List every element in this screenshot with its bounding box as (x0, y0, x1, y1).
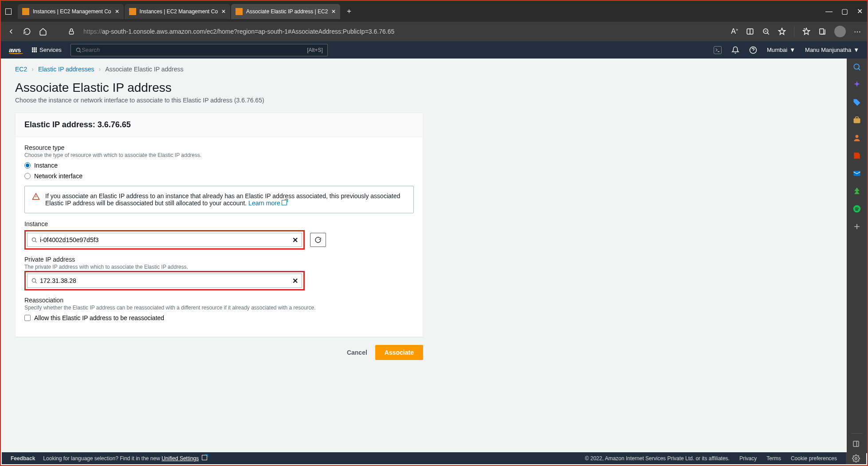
external-link-icon (282, 200, 287, 205)
sidebar-search-icon[interactable] (852, 62, 862, 72)
breadcrumb-current: Associate Elastic IP address (105, 66, 183, 73)
profile-avatar[interactable] (834, 26, 846, 37)
sidebar-outlook-icon[interactable] (852, 168, 862, 178)
sidebar-collapse-icon[interactable] (851, 439, 861, 449)
footer-cookie[interactable]: Cookie preferences (791, 455, 837, 462)
new-tab-button[interactable]: ＋ (346, 7, 353, 16)
url-scheme: https:// (83, 28, 102, 35)
svg-rect-13 (853, 441, 859, 446)
home-button[interactable] (39, 27, 47, 35)
clear-input-icon[interactable]: ✕ (292, 277, 298, 285)
private-ip-field: Private IP address The private IP addres… (24, 256, 414, 290)
browser-tab-1[interactable]: Instances | EC2 Management Co ✕ (18, 4, 124, 19)
close-window-icon[interactable]: ✕ (857, 7, 863, 16)
browser-tab-2[interactable]: Instances | EC2 Management Co ✕ (125, 4, 231, 19)
sidebar-tag-icon[interactable] (852, 98, 862, 107)
svg-rect-9 (854, 118, 860, 123)
footer-feedback[interactable]: Feedback (11, 455, 35, 462)
sidebar-briefcase-icon[interactable] (852, 115, 862, 125)
radio-instance-input[interactable] (24, 162, 31, 168)
sidebar-add-icon[interactable] (852, 222, 862, 231)
read-aloud-icon[interactable]: A» (731, 27, 738, 35)
resource-type-field: Resource type Choose the type of resourc… (24, 144, 414, 180)
highlight-instance: ✕ (24, 230, 305, 250)
sidebar-spotify-icon[interactable] (852, 204, 862, 214)
private-ip-search-box[interactable]: ✕ (27, 274, 302, 288)
address-bar[interactable]: https://ap-south-1.console.aws.amazon.co… (83, 28, 723, 35)
action-row: Cancel Associate (15, 345, 423, 360)
sidebar-sparkle-icon[interactable] (852, 80, 862, 90)
instance-search-box[interactable]: ✕ (27, 233, 302, 247)
footer-copyright: © 2022, Amazon Internet Services Private… (585, 455, 730, 462)
eip-panel: Elastic IP address: 3.6.76.65 Resource t… (15, 113, 423, 337)
maximize-icon[interactable]: ▢ (841, 7, 848, 16)
caret-down-icon: ▼ (853, 47, 859, 53)
radio-eni-input[interactable] (24, 173, 31, 179)
zoom-icon[interactable] (762, 27, 770, 35)
chevron-right-icon: › (31, 66, 34, 73)
learn-more-link[interactable]: Learn more (248, 200, 287, 207)
close-tab-icon[interactable]: ✕ (331, 8, 336, 15)
clear-input-icon[interactable]: ✕ (292, 236, 298, 244)
footer-privacy[interactable]: Privacy (739, 455, 757, 462)
reassociation-checkbox[interactable] (24, 315, 31, 321)
breadcrumb-ec2[interactable]: EC2 (15, 66, 27, 73)
private-ip-label: Private IP address (24, 256, 414, 263)
unified-settings-link[interactable]: Unified Settings (161, 455, 199, 462)
back-button[interactable] (7, 27, 15, 35)
external-link-icon (202, 455, 207, 460)
services-label: Services (39, 47, 62, 53)
reassociation-help: Specify whether the Elastic IP address c… (24, 305, 414, 311)
url-path: ap-south-1.console.aws.amazon.com/ec2/ho… (102, 28, 394, 35)
radio-network-interface[interactable]: Network interface (24, 172, 414, 180)
instance-input[interactable] (37, 236, 292, 243)
close-tab-icon[interactable]: ✕ (221, 8, 226, 15)
alert-text: If you associate an Elastic IP address t… (45, 192, 406, 207)
url-bar-actions: A» ⋯ (731, 26, 861, 37)
chevron-right-icon: › (99, 66, 101, 73)
user-menu[interactable]: Manu Manjunatha ▼ (805, 47, 859, 53)
notifications-icon[interactable] (731, 46, 739, 54)
warning-alert: If you associate an Elastic IP address t… (24, 186, 414, 213)
aws-search-bar[interactable]: [Alt+S] (71, 44, 328, 56)
associate-button[interactable]: Associate (375, 345, 423, 360)
sidebar-person-icon[interactable] (852, 133, 862, 143)
services-menu-button[interactable]: Services (32, 47, 62, 53)
page-description: Choose the instance or network interface… (15, 97, 833, 104)
window-controls: — ▢ ✕ (825, 7, 863, 16)
favorite-icon[interactable] (778, 27, 786, 35)
cloudshell-icon[interactable] (714, 46, 722, 54)
resource-type-label: Resource type (24, 144, 414, 151)
site-info-lock-icon[interactable] (67, 27, 75, 35)
aws-search-input[interactable] (82, 47, 307, 53)
collections-icon[interactable] (818, 27, 826, 35)
help-icon[interactable] (749, 46, 757, 54)
aws-logo[interactable]: aws (9, 46, 23, 54)
close-tab-icon[interactable]: ✕ (115, 8, 119, 15)
favorites-list-icon[interactable] (802, 27, 810, 35)
aws-header-right: Mumbai ▼ Manu Manjunatha ▼ (714, 46, 859, 54)
region-selector[interactable]: Mumbai ▼ (767, 47, 795, 53)
instance-field: Instance ✕ (24, 220, 414, 250)
more-menu-icon[interactable]: ⋯ (854, 27, 861, 36)
radio-instance[interactable]: Instance (24, 162, 414, 169)
cancel-button[interactable]: Cancel (345, 345, 369, 360)
sidebar-tree-icon[interactable] (852, 186, 862, 196)
tab-overview-icon[interactable] (5, 8, 12, 15)
refresh-button[interactable] (23, 27, 31, 35)
grid-icon (32, 47, 37, 52)
browser-tab-3[interactable]: Associate Elastic IP address | EC2 ✕ (231, 4, 340, 19)
radio-instance-label: Instance (34, 162, 58, 169)
breadcrumb-eip[interactable]: Elastic IP addresses (38, 66, 94, 73)
private-ip-input[interactable] (37, 277, 292, 284)
svg-point-4 (76, 48, 80, 51)
sidebar-office-icon[interactable] (852, 151, 862, 161)
reassociation-checkbox-row[interactable]: Allow this Elastic IP address to be reas… (24, 314, 414, 321)
breadcrumb: EC2 › Elastic IP addresses › Associate E… (15, 66, 833, 73)
reassociation-checkbox-label: Allow this Elastic IP address to be reas… (34, 314, 164, 321)
minimize-icon[interactable]: — (825, 8, 833, 16)
enter-immersive-reader-icon[interactable] (746, 27, 754, 35)
edge-settings-gear[interactable] (846, 452, 866, 464)
footer-terms[interactable]: Terms (766, 455, 781, 462)
refresh-instances-button[interactable] (310, 233, 326, 247)
